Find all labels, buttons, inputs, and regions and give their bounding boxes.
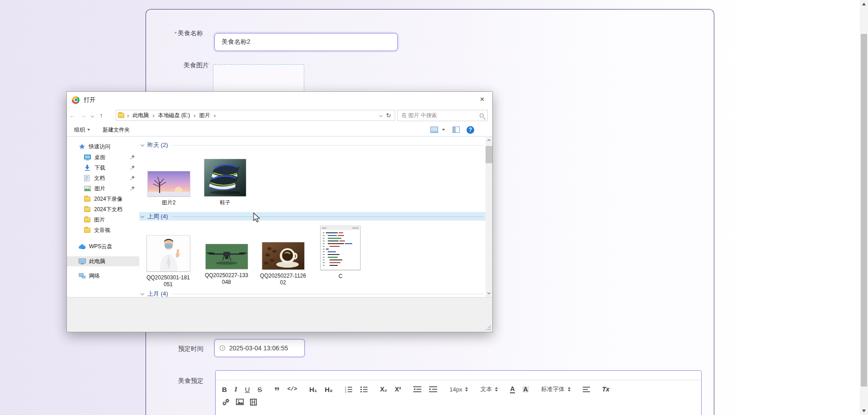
align-icon[interactable] xyxy=(583,387,590,392)
page-scrollbar[interactable] xyxy=(860,0,868,415)
sidebar-item-wps-cloud[interactable]: WPS云盘 xyxy=(67,241,139,251)
collapse-chevron-icon[interactable] xyxy=(141,214,144,217)
subscript-button[interactable]: X₂ xyxy=(380,386,387,392)
chrome-icon xyxy=(72,96,80,104)
video-icon[interactable] xyxy=(250,399,257,406)
file-item-drone[interactable]: QQ20250227-133048 xyxy=(199,244,254,286)
file-list-scrollbar[interactable] xyxy=(486,137,492,297)
close-button[interactable]: × xyxy=(472,92,492,107)
collapse-chevron-icon[interactable] xyxy=(141,291,144,295)
scrollbar-thumb[interactable] xyxy=(861,34,867,387)
download-icon xyxy=(84,165,90,171)
bullet-list-icon[interactable] xyxy=(360,386,368,393)
organize-menu[interactable]: 组织 xyxy=(74,126,90,134)
sidebar-item-documents[interactable]: 文档 xyxy=(67,173,139,183)
sidebar-item-folder-pictures[interactable]: 图片 xyxy=(67,215,139,225)
file-name: C xyxy=(317,273,363,280)
file-item-coffee[interactable]: QQ20250227-112602 xyxy=(256,242,310,286)
breadcrumb-this-pc[interactable]: 此电脑 xyxy=(132,112,150,119)
dialog-titlebar[interactable]: 打开 xyxy=(67,92,492,108)
link-icon[interactable] xyxy=(222,399,230,406)
file-item-sunset[interactable]: 图片2 xyxy=(142,171,196,206)
ordered-list-icon[interactable]: 123 xyxy=(345,386,353,393)
file-item-shoes[interactable]: 鞋子 xyxy=(198,159,252,206)
superscript-button[interactable]: X² xyxy=(395,386,401,392)
sidebar-item-network[interactable]: 网络 xyxy=(67,271,139,281)
group-divider xyxy=(172,145,484,146)
group-header-yesterday[interactable]: 昨天 (2) xyxy=(141,141,484,149)
scrollbar-thumb[interactable] xyxy=(486,146,492,163)
search-box[interactable]: 在 图片 中搜索 xyxy=(397,110,488,121)
reserve-time-input[interactable]: 2025-03-04 13:06:55 xyxy=(214,339,305,357)
highlight-color-button[interactable]: A xyxy=(523,386,529,392)
group-header-last-week[interactable]: 上周 (4) xyxy=(141,212,484,221)
font-size-dropdown[interactable]: 14px xyxy=(449,386,468,393)
clear-format-button[interactable]: Tx xyxy=(602,386,609,392)
recent-locations-button[interactable] xyxy=(89,112,96,118)
heading1-button[interactable]: H₁ xyxy=(309,386,317,393)
scroll-down-icon[interactable] xyxy=(862,410,866,412)
indent-icon[interactable] xyxy=(429,386,437,392)
pin-icon xyxy=(130,186,135,191)
address-bar[interactable]: › 此电脑 › 本地磁盘 (E:) › 图片 › ↻ xyxy=(116,110,395,121)
sidebar-item-downloads[interactable]: 下载 xyxy=(67,163,139,173)
view-caret-icon[interactable] xyxy=(442,129,445,131)
refresh-icon[interactable]: ↻ xyxy=(386,112,391,119)
sidebar-item-pictures[interactable]: 图片 xyxy=(67,184,139,193)
rich-text-editor[interactable]: B I U S ” </> H₁ H₂ 123 X₂ X² xyxy=(215,370,702,415)
change-view-icon[interactable] xyxy=(430,127,438,133)
address-dropdown-icon[interactable] xyxy=(379,113,382,117)
new-folder-button[interactable]: 新建文件夹 xyxy=(103,126,130,134)
pin-icon xyxy=(130,165,135,170)
editor-content-area[interactable] xyxy=(216,410,701,415)
sidebar-item-this-pc[interactable]: 此电脑 xyxy=(67,256,139,266)
updown-caret-icon xyxy=(495,387,498,391)
resize-grip[interactable] xyxy=(486,325,491,330)
scroll-up-icon[interactable] xyxy=(486,140,492,142)
collapse-chevron-icon[interactable] xyxy=(141,142,144,146)
up-button[interactable]: ↑ xyxy=(96,112,107,119)
italic-button[interactable]: I xyxy=(235,386,237,393)
code-block-button[interactable]: </> xyxy=(288,387,297,392)
scroll-down-icon[interactable] xyxy=(486,292,492,294)
image-icon[interactable] xyxy=(236,399,244,405)
reserve-time-label: 预定时间 xyxy=(178,345,203,353)
food-name-value: 美食名称2 xyxy=(222,38,250,46)
heading2-button[interactable]: H₂ xyxy=(325,386,333,393)
outdent-icon[interactable] xyxy=(413,386,421,392)
folder-icon xyxy=(118,113,124,118)
sidebar-item-folder-2024-video[interactable]: 2024下录像 xyxy=(67,194,139,204)
crumb-separator: › xyxy=(152,112,154,119)
search-icon[interactable] xyxy=(480,113,484,118)
file-item-code[interactable]: C xyxy=(313,226,368,280)
breadcrumb-pictures[interactable]: 图片 xyxy=(198,112,211,119)
document-icon xyxy=(84,175,90,181)
sidebar-item-folder-media[interactable]: 文音视 xyxy=(67,225,139,235)
chevron-down-icon xyxy=(90,114,94,118)
file-name: 图片2 xyxy=(146,199,192,206)
folder-icon xyxy=(84,207,90,212)
food-name-input[interactable]: 美食名称2 xyxy=(214,33,398,51)
breadcrumb-drive-e[interactable]: 本地磁盘 (E:) xyxy=(157,112,191,119)
forward-button[interactable]: → xyxy=(78,112,89,119)
strikethrough-button[interactable]: S xyxy=(258,386,262,393)
dialog-footer: 文件名(N): 所有文件 打开(O) 取消 xyxy=(67,297,492,332)
paragraph-format-dropdown[interactable]: 文本 xyxy=(480,385,498,393)
file-thumbnail xyxy=(262,242,304,269)
preview-pane-icon[interactable] xyxy=(453,127,460,133)
food-name-row: * 美食名称 xyxy=(175,29,203,38)
file-item-person[interactable]: QQ20250301-181051 xyxy=(141,236,195,288)
blockquote-button[interactable]: ” xyxy=(274,389,280,394)
sidebar-item-desktop[interactable]: 桌面 xyxy=(67,152,139,162)
help-icon[interactable]: ? xyxy=(467,126,474,134)
sidebar-item-quick-access[interactable]: 快速访问 xyxy=(67,141,139,151)
sidebar-item-folder-2024-doc[interactable]: 2024下文档 xyxy=(67,204,139,214)
folder-icon xyxy=(84,217,90,222)
text-color-button[interactable]: A xyxy=(510,386,514,393)
bold-button[interactable]: B xyxy=(222,386,227,393)
back-button[interactable]: ← xyxy=(67,112,78,119)
underline-button[interactable]: U xyxy=(245,386,250,393)
scroll-up-icon[interactable] xyxy=(862,3,866,5)
font-family-dropdown[interactable]: 标准字体 xyxy=(541,385,571,393)
group-divider xyxy=(172,217,484,217)
